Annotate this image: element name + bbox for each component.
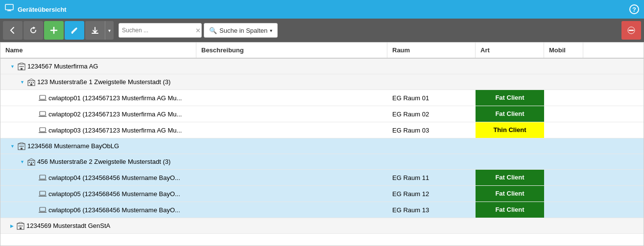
table-row[interactable]: ▼ 1234567 Musterfirma AG (0, 59, 644, 74)
table-row[interactable]: ▼ 1234568 Mustername BayObLG (0, 138, 644, 154)
row-type-icon (18, 63, 25, 70)
svg-rect-36 (31, 162, 32, 163)
column-headers: Name Beschreibung Raum Art Mobil (0, 43, 644, 59)
room-cell (387, 80, 476, 84)
svg-rect-30 (20, 146, 21, 147)
mobil-cell (544, 112, 583, 116)
table-row[interactable]: ▼ 456 Musterstraße 2 Zweigstelle Musters… (0, 154, 644, 170)
svg-rect-11 (20, 66, 21, 67)
svg-rect-20 (40, 95, 46, 99)
refresh-button[interactable] (24, 21, 43, 40)
row-name: cwlaptop03 (1234567123 Musterfirma AG Mu… (48, 127, 182, 134)
name-cell: ▼ 1234567 Musterfirma AG (0, 61, 196, 72)
desc-cell (196, 176, 387, 179)
row-type-icon (27, 158, 35, 166)
desc-cell (196, 112, 387, 116)
clear-search-icon[interactable]: ✕ (195, 27, 201, 34)
room-cell: EG Raum 13 (387, 204, 476, 216)
row-type-icon (27, 78, 35, 86)
row-name: 1234567 Musterfirma AG (27, 63, 98, 70)
row-type-icon (39, 174, 47, 181)
toggle-icon[interactable]: ▼ (20, 80, 24, 85)
row-type-icon (39, 94, 47, 102)
mobil-cell (544, 224, 583, 228)
download-button[interactable] (85, 21, 105, 40)
desc-cell (196, 144, 387, 148)
edit-button[interactable] (65, 21, 84, 40)
remove-button[interactable] (621, 21, 641, 40)
svg-rect-45 (40, 207, 46, 211)
room-cell (387, 160, 476, 164)
svg-rect-31 (21, 146, 22, 147)
toggle-icon[interactable]: ▼ (10, 144, 15, 149)
desc-cell (196, 192, 387, 196)
desc-cell (196, 80, 387, 84)
room-cell (387, 144, 476, 148)
table-row[interactable]: cwlaptop02 (1234567123 Musterfirma AG Mu… (0, 106, 644, 122)
table-row[interactable]: cwlaptop04 (1234568456 Mustername BayO..… (0, 170, 644, 186)
room-cell: EG Raum 03 (387, 125, 476, 136)
room-cell: EG Raum 01 (387, 92, 476, 104)
search-columns-button[interactable]: 🔍 Suche in Spalten ▾ (204, 23, 278, 38)
svg-rect-19 (30, 84, 32, 86)
table-row[interactable]: ▶ 1234569 Musterstadt GenStA (0, 218, 644, 234)
row-type-icon (39, 190, 47, 198)
add-button[interactable] (44, 21, 64, 40)
art-cell: Thin Client (476, 122, 544, 138)
svg-rect-42 (40, 191, 46, 195)
name-cell: cwlaptop03 (1234567123 Musterfirma AG Mu… (0, 124, 196, 136)
app-header: Geräteübersicht ? (0, 0, 644, 19)
room-cell (387, 224, 476, 228)
search-icon: 🔍 (209, 27, 217, 34)
help-button[interactable]: ? (629, 4, 639, 14)
name-cell: ▼ 1234568 Mustername BayObLG (0, 140, 196, 152)
table-row[interactable]: cwlaptop03 (1234567123 Musterfirma AG Mu… (0, 122, 644, 138)
name-cell: cwlaptop06 (1234568456 Mustername BayO..… (0, 204, 196, 216)
toggle-icon[interactable]: ▶ (10, 224, 14, 228)
search-input[interactable] (122, 27, 195, 34)
mobil-cell (544, 144, 583, 148)
table-row[interactable]: cwlaptop06 (1234568456 Mustername BayO..… (0, 202, 644, 218)
desc-cell (196, 224, 387, 228)
name-cell: cwlaptop01 (1234567123 Musterfirma AG Mu… (0, 92, 196, 104)
row-type-icon (39, 110, 47, 118)
search-box: ✕ (119, 23, 202, 38)
table-row[interactable]: ▼ 123 Musterstraße 1 Zweigstelle Musters… (0, 74, 644, 90)
col-header-beschreibung: Beschreibung (196, 43, 387, 58)
col-header-art: Art (476, 43, 544, 58)
table-row[interactable]: cwlaptop01 (1234567123 Musterfirma AG Mu… (0, 90, 644, 106)
row-name: cwlaptop05 (1234568456 Mustername BayO..… (48, 190, 180, 198)
desc-cell (196, 160, 387, 164)
svg-rect-16 (29, 82, 30, 83)
svg-rect-50 (20, 225, 21, 226)
svg-rect-39 (40, 175, 46, 179)
svg-rect-35 (29, 162, 30, 163)
search-area: ✕ 🔍 Suche in Spalten ▾ (119, 23, 278, 38)
row-name: cwlaptop02 (1234567123 Musterfirma AG Mu… (48, 111, 182, 118)
art-badge: Thin Client (476, 122, 544, 138)
table-body: ▼ 1234567 Musterfirma AG ▼ 123 Musterstr… (0, 59, 644, 234)
art-cell: Fat Client (476, 90, 544, 106)
row-name: 1234568 Mustername BayObLG (27, 142, 119, 150)
name-cell: cwlaptop02 (1234567123 Musterfirma AG Mu… (0, 108, 196, 120)
mobil-cell (544, 192, 583, 196)
room-cell: EG Raum 11 (387, 172, 476, 183)
art-badge: Fat Client (476, 90, 544, 106)
svg-rect-52 (20, 227, 22, 229)
name-cell: cwlaptop04 (1234568456 Mustername BayO..… (0, 172, 196, 183)
desc-cell (196, 128, 387, 132)
mobil-cell (544, 176, 583, 179)
download-arrow-button[interactable]: ▾ (105, 21, 114, 40)
svg-rect-0 (5, 4, 13, 10)
toggle-icon[interactable]: ▼ (20, 159, 24, 164)
col-header-name: Name (0, 43, 196, 58)
toolbar: ▾ ✕ 🔍 Suche in Spalten ▾ (0, 19, 644, 42)
name-cell: ▶ 1234569 Musterstadt GenStA (0, 220, 196, 232)
back-button[interactable] (3, 21, 23, 40)
toggle-icon[interactable]: ▼ (10, 64, 15, 69)
row-name: 1234569 Musterstadt GenStA (26, 222, 110, 229)
name-cell: ▼ 123 Musterstraße 1 Zweigstelle Musters… (0, 76, 196, 88)
row-type-icon (39, 206, 47, 214)
table-row[interactable]: cwlaptop05 (1234568456 Mustername BayO..… (0, 186, 644, 202)
row-name: cwlaptop01 (1234567123 Musterfirma AG Mu… (48, 94, 182, 102)
